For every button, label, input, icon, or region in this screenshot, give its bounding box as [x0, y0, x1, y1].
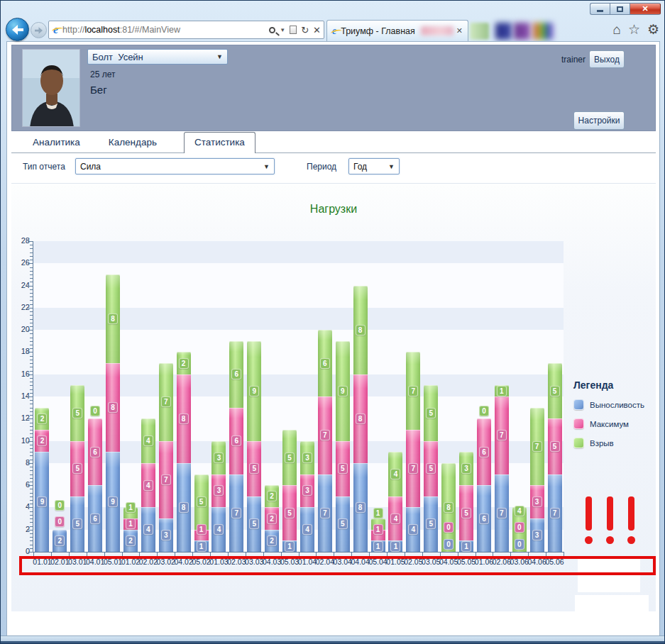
favorites-star-icon[interactable]: ☆: [628, 22, 640, 38]
bar-value-badge: 4: [143, 435, 153, 446]
bar-value-badge: 0: [515, 539, 524, 550]
report-type-select[interactable]: Сила ▼: [75, 158, 275, 174]
bar-value-badge: 7: [320, 430, 330, 440]
bar-value-badge: 9: [249, 386, 259, 396]
y-minor-tick: [30, 356, 33, 357]
maximize-button[interactable]: [610, 3, 630, 15]
y-minor-tick: [30, 371, 33, 372]
y-axis-label: 20: [11, 325, 30, 333]
exclamation-mark: [627, 496, 635, 544]
y-minor-tick: [30, 500, 33, 501]
chart-legend: Легенда ВыносливостьМаксимумВзрыв: [573, 379, 659, 457]
forward-arrow-icon: [35, 27, 43, 34]
y-minor-tick: [30, 245, 33, 245]
logout-button[interactable]: Выход: [589, 50, 625, 68]
y-minor-tick: [30, 437, 33, 438]
y-minor-tick: [30, 348, 33, 349]
bar-value-badge: 5: [285, 508, 295, 518]
bar-value-badge: 2: [55, 535, 65, 546]
y-major-tick: [28, 263, 33, 264]
y-minor-tick: [30, 445, 33, 445]
bar-value-badge: 5: [72, 463, 82, 474]
maximize-icon: [617, 6, 623, 12]
bar-value-badge: 5: [285, 453, 295, 463]
bar-value-badge: 1: [285, 541, 295, 552]
legend-label: Взрыв: [590, 439, 614, 448]
compatibility-view-icon[interactable]: [290, 26, 297, 34]
chevron-down-icon: ▼: [216, 53, 223, 60]
page-content: Болт Усейн ▼ 25 лет Бег trainer Выход На…: [6, 41, 660, 636]
y-minor-tick: [30, 389, 33, 390]
new-tab-button[interactable]: [470, 23, 489, 40]
search-icon[interactable]: [269, 27, 275, 33]
stop-icon[interactable]: ✕: [313, 25, 321, 35]
bar-value-badge: 6: [320, 358, 330, 369]
y-minor-tick: [30, 248, 33, 249]
y-major-tick: [28, 418, 33, 419]
bar-value-badge: 7: [497, 508, 507, 518]
bar-value-badge: 2: [126, 535, 136, 546]
y-major-tick: [28, 441, 33, 442]
bar-value-badge: 5: [197, 496, 207, 507]
bar-value-badge: 1: [497, 386, 507, 396]
browser-tab[interactable]: e Триумф - Главная ✕: [326, 20, 468, 41]
athlete-age: 25 лет: [90, 70, 115, 79]
bar-value-badge: 4: [143, 480, 153, 491]
tools-gear-icon[interactable]: ⚙: [647, 22, 659, 38]
period-value: Год: [353, 162, 367, 172]
exclamation-annotation: [585, 496, 635, 544]
forward-button[interactable]: [31, 22, 47, 38]
refresh-icon[interactable]: ↻: [301, 25, 309, 35]
home-icon[interactable]: ⌂: [612, 22, 620, 38]
tab-Аналитика[interactable]: Аналитика: [23, 133, 90, 152]
y-axis-label: 14: [11, 392, 30, 400]
minimize-button[interactable]: [590, 3, 610, 15]
bar-value-badge: 4: [302, 524, 312, 535]
bar-value-badge: 2: [37, 413, 47, 424]
y-minor-tick: [30, 382, 33, 382]
legend-swatch: [573, 418, 584, 429]
statistics-panel: Нагрузки 9222005556609882114443778821154…: [11, 183, 656, 611]
athlete-name: Болт Усейн: [92, 52, 143, 62]
y-minor-tick: [30, 260, 33, 260]
y-minor-tick: [30, 296, 33, 297]
y-minor-tick: [30, 341, 33, 342]
y-minor-tick: [30, 367, 33, 367]
address-bar[interactable]: e http://localhost:81/#/MainView ▼ ↻ ✕: [48, 21, 324, 39]
y-minor-tick: [30, 323, 33, 323]
title-bar[interactable]: ✕: [1, 1, 664, 16]
bar-value-badge: 7: [408, 463, 418, 474]
red-highlight-box: [19, 556, 656, 575]
tab-Статистика[interactable]: Статистика: [184, 132, 255, 153]
y-axis-label: 16: [11, 370, 30, 378]
close-window-button[interactable]: ✕: [630, 3, 661, 15]
blurred-shortcut: [533, 23, 553, 40]
y-minor-tick: [30, 385, 33, 386]
bar-value-badge: 4: [390, 513, 400, 524]
settings-button[interactable]: Настройки: [573, 111, 625, 130]
y-major-tick: [28, 308, 33, 309]
bar-value-badge: 3: [302, 453, 312, 463]
y-minor-tick: [30, 319, 33, 320]
period-select[interactable]: Год ▼: [348, 158, 400, 174]
search-dropdown-icon[interactable]: ▼: [280, 27, 285, 33]
y-major-tick: [28, 463, 33, 464]
y-minor-tick: [30, 360, 33, 360]
bar-value-badge: 8: [356, 325, 366, 335]
y-minor-tick: [30, 400, 33, 401]
y-minor-tick: [30, 504, 33, 504]
y-axis-label: 28: [11, 236, 30, 245]
y-minor-tick: [30, 408, 33, 409]
bar-value-badge: 0: [55, 516, 65, 527]
tab-Календарь[interactable]: Календарь: [99, 133, 167, 152]
back-button[interactable]: [6, 18, 29, 41]
bar-value-badge: 1: [197, 524, 207, 535]
bar-value-badge: 2: [267, 513, 277, 524]
y-minor-tick: [30, 496, 33, 497]
tab-close-icon[interactable]: ✕: [456, 26, 463, 35]
main-tabs: АналитикаКалендарьСтатистика: [11, 132, 656, 153]
athlete-select[interactable]: Болт Усейн ▼: [87, 49, 228, 65]
bar-value-badge: 1: [197, 541, 207, 552]
bar-value-badge: 0: [55, 500, 65, 511]
y-minor-tick: [30, 537, 33, 538]
